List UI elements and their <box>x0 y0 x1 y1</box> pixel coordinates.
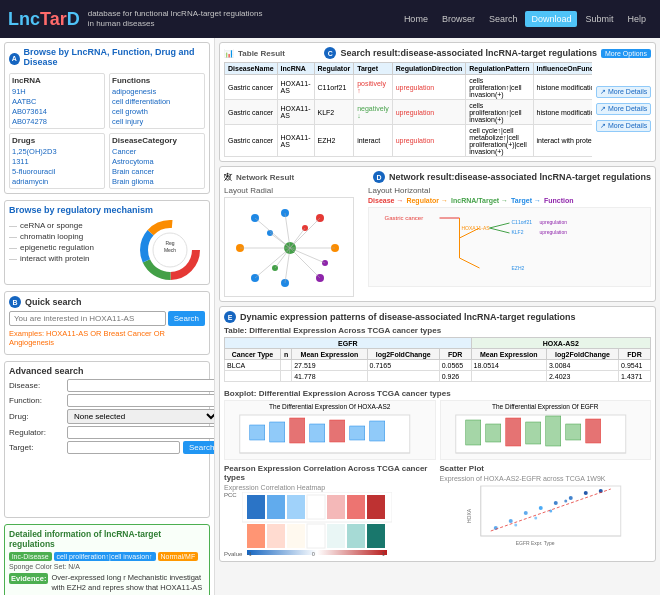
browse-grid: lncRNA 91H AATBC AB073614 AB074278 Funct… <box>9 73 205 189</box>
nav-download[interactable]: Download <box>525 11 577 27</box>
legend-target: Target → <box>511 197 541 204</box>
col-lncrna: lncRNA <box>277 63 314 75</box>
cell-pattern-1: upregulation <box>392 100 466 125</box>
regulator-input[interactable]: HOXA11-AS <box>67 426 215 439</box>
svg-point-92 <box>514 524 517 527</box>
function-item-2[interactable]: cell growth <box>112 106 202 116</box>
drug-item-2[interactable]: 5-fluorouracil <box>12 166 102 176</box>
quick-search-title: Quick search <box>25 297 82 307</box>
more-details-btn-1[interactable]: ↗ More Details <box>596 103 651 115</box>
quick-search-button[interactable]: Search <box>168 311 205 326</box>
svg-line-24 <box>290 248 320 278</box>
drug-item-3[interactable]: adriamycin <box>12 176 102 186</box>
nav-home[interactable]: Home <box>398 11 434 27</box>
quick-search-input[interactable] <box>9 311 166 326</box>
boxplot-row: The Differential Expression Of HOXA-AS2 <box>224 400 651 460</box>
svg-point-95 <box>564 500 567 503</box>
reg-item-3[interactable]: interact with protein <box>9 253 131 264</box>
svg-rect-79 <box>247 550 387 555</box>
legend-function: Function <box>544 197 574 204</box>
svg-rect-61 <box>565 424 580 440</box>
reg-item-1[interactable]: chromatin looping <box>9 231 131 242</box>
detail-tags: lnc-Disease cell proliferation↑|cell inv… <box>9 552 205 570</box>
regulator-row: Regulator: HOXA11-AS <box>9 426 215 439</box>
svg-text:1: 1 <box>382 551 385 557</box>
network-icon: 🕸 <box>224 173 232 182</box>
boxplot-title: Boxplot: Differential Expression Across … <box>224 389 651 398</box>
svg-rect-75 <box>307 524 325 548</box>
svg-text:Reg: Reg <box>165 240 174 246</box>
heatmap-area: Pearson Expression Correlation Across TC… <box>224 464 436 557</box>
advanced-search-title: Advanced search <box>9 366 205 376</box>
cell-mech-0: histone modification <box>533 75 592 100</box>
quick-search-section: B Quick search Search Examples: HOXA11-A… <box>4 291 210 355</box>
more-options-button[interactable]: More Options <box>601 49 651 58</box>
boxplot-egfr-label: The Differential Expression Of EGFR <box>441 401 651 410</box>
lncrna-item-3[interactable]: AB074278 <box>12 116 102 126</box>
table-row: Gastric cancer HOXA11-AS KLF2 negatively… <box>225 100 593 125</box>
td-n-1 <box>281 371 292 382</box>
drug-item-1[interactable]: 1311 <box>12 156 102 166</box>
svg-rect-77 <box>347 524 365 548</box>
table-row: Gastric cancer HOXA11-AS EZH2 interact u… <box>225 125 593 157</box>
function-input[interactable] <box>67 394 215 407</box>
tag-sponge: Sponge <box>9 563 33 570</box>
col-reg-pattern: RegulationPattern <box>466 63 533 75</box>
svg-point-87 <box>538 506 542 510</box>
lncrna-item-1[interactable]: AATBC <box>12 96 102 106</box>
lncrna-item-2[interactable]: AB073614 <box>12 106 102 116</box>
svg-text:Gastric cancer: Gastric cancer <box>385 215 424 221</box>
nav-browser[interactable]: Browser <box>436 11 481 27</box>
expression-table: EGFR HOXA-AS2 Cancer Type n Mean Express… <box>224 337 651 382</box>
function-row: Function: <box>9 394 215 407</box>
function-item-1[interactable]: cell differentiation <box>112 96 202 106</box>
svg-line-37 <box>460 258 480 268</box>
reg-item-0[interactable]: ceRNA or sponge <box>9 220 131 231</box>
network-legend: Disease → Regulator → lncRNA/Target → Ta… <box>368 197 651 204</box>
layout-radial-label: Layout Radial <box>224 186 364 195</box>
col-disease: DiseaseName <box>225 63 278 75</box>
svg-text:HOXA11-AS: HOXA11-AS <box>462 225 491 231</box>
cell-disease-0: Gastric cancer <box>225 75 278 100</box>
hoxa-header: HOXA-AS2 <box>471 338 650 349</box>
table-result-label: Table Result <box>238 49 285 58</box>
svg-rect-52 <box>350 426 365 440</box>
drug-select[interactable]: None selected <box>67 409 215 424</box>
nav-search[interactable]: Search <box>483 11 524 27</box>
function-item-0[interactable]: adipogenesis <box>112 86 202 96</box>
svg-rect-72 <box>247 524 265 548</box>
cell-lncrna-2: HOXA11-AS <box>277 125 314 157</box>
heatmap-viz: -1 0 1 <box>242 492 392 557</box>
disease-item-0[interactable]: Cancer <box>112 146 202 156</box>
td-n-0 <box>281 360 292 371</box>
pcc-label: PCC <box>224 492 240 498</box>
reg-item-2[interactable]: epigenetic regulation <box>9 242 131 253</box>
network-result-title: Network result:disease-associated lncRNA… <box>389 172 651 182</box>
td-mean-1: 41.778 <box>292 371 367 382</box>
expression-section: E Dynamic expression patterns of disease… <box>219 306 656 562</box>
disease-item-1[interactable]: Astrocytoma <box>112 156 202 166</box>
drug-item-0[interactable]: 1,25(OH)2D3 <box>12 146 102 156</box>
disease-item-3[interactable]: Brain glioma <box>112 176 202 186</box>
lncrna-item-0[interactable]: 91H <box>12 86 102 96</box>
functions-box: Functions adipogenesis cell differentiat… <box>109 73 205 129</box>
detail-section: Detailed information of lncRNA-target re… <box>4 524 210 595</box>
disease-input[interactable] <box>67 379 215 392</box>
svg-point-86 <box>523 511 527 515</box>
svg-rect-58 <box>505 418 520 446</box>
target-input[interactable] <box>67 441 180 454</box>
drug-label: Drug: <box>9 412 64 421</box>
more-details-btn-0[interactable]: ↗ More Details <box>596 86 651 98</box>
svg-line-30 <box>290 248 325 263</box>
svg-rect-74 <box>287 524 305 548</box>
scatter-area: Scatter Plot Expression of HOXA-AS2-EGFR… <box>440 464 652 557</box>
nav-submit[interactable]: Submit <box>579 11 619 27</box>
more-details-btn-2[interactable]: ↗ More Details <box>596 120 651 132</box>
advanced-search-button[interactable]: Search <box>183 441 215 454</box>
disease-row: Disease: <box>9 379 215 392</box>
regulator-label: Regulator: <box>9 428 64 437</box>
nav-help[interactable]: Help <box>621 11 652 27</box>
function-item-3[interactable]: cell injury <box>112 116 202 126</box>
cell-reg-2: EZH2 <box>314 125 354 157</box>
disease-item-2[interactable]: Brain cancer <box>112 166 202 176</box>
